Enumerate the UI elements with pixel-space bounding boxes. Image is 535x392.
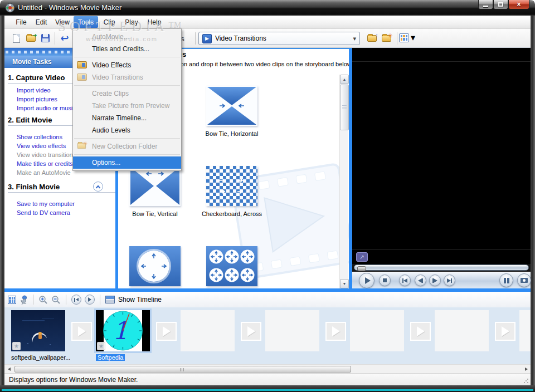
menu-item-video-transitions[interactable]: Video Transitions	[73, 71, 181, 84]
storyboard-empty-slot[interactable]	[181, 310, 235, 351]
menu-item-new-collection-folder[interactable]: ✳New Collection Folder	[73, 140, 181, 153]
menu-item-take-picture[interactable]: Take Picture from Preview	[73, 100, 181, 112]
menu-edit[interactable]: Edit	[31, 16, 51, 28]
clip-label-selected[interactable]: Softpedia	[96, 354, 125, 361]
transition-slot-6[interactable]	[495, 322, 515, 341]
menu-play[interactable]: Play	[120, 16, 143, 28]
task-link-send-dv[interactable]: Send to DV camera	[17, 209, 70, 216]
minimize-button[interactable]	[478, 0, 493, 9]
transition-bowtie-vertical[interactable]	[129, 166, 181, 206]
transition-checkerboard-across[interactable]	[206, 166, 257, 206]
fullscreen-button[interactable]: ↗	[356, 252, 368, 262]
storyboard: ★ softpedia_wallpaper... 1 ★	[4, 307, 531, 364]
narrate-mic-icon[interactable]	[20, 295, 28, 305]
menu-item-automovie[interactable]: AutoMovie...	[73, 31, 181, 43]
resize-grip[interactable]	[523, 378, 529, 384]
storyboard-empty-slot[interactable]	[519, 310, 531, 351]
previous-frame-button[interactable]	[399, 275, 411, 286]
storyboard-scrollbar[interactable]	[4, 364, 531, 373]
scroll-left-button[interactable]	[4, 365, 13, 373]
save-project-button[interactable]	[38, 31, 52, 46]
task-link-import-video[interactable]: Import video	[17, 87, 51, 94]
storyboard-empty-slot[interactable]	[435, 310, 489, 351]
status-text: Displays options for Windows Movie Maker…	[9, 376, 138, 384]
storyboard-clip-1[interactable]: ★	[11, 310, 65, 351]
transition-arrow-icon	[332, 326, 340, 336]
menu-item-options[interactable]: Options...	[73, 156, 181, 169]
step-back-button[interactable]	[415, 275, 426, 286]
open-project-button[interactable]: ➜	[23, 31, 38, 46]
menu-item-video-effects[interactable]: Video Effects	[73, 59, 181, 71]
capture-video-heading[interactable]: 1. Capture Video	[8, 74, 65, 82]
menu-bar: File Edit View Tools Clip Play Help	[4, 16, 531, 29]
transition-arrow-icon	[417, 326, 425, 336]
seek-track[interactable]	[354, 264, 529, 271]
menu-clip[interactable]: Clip	[98, 16, 120, 28]
step-forward-button[interactable]	[429, 275, 441, 286]
transition-slot-5[interactable]	[410, 322, 431, 341]
title-bar: Untitled - Windows Movie Maker ×	[0, 0, 535, 16]
new-collection-button[interactable]: ✳	[379, 31, 393, 46]
task-link-show-collections[interactable]: Show collections	[17, 134, 62, 140]
clip-label[interactable]: softpedia_wallpaper...	[11, 354, 70, 361]
maximize-button[interactable]	[493, 0, 508, 9]
storyboard-empty-slot[interactable]	[265, 310, 319, 351]
play-storyboard-button[interactable]	[85, 295, 95, 305]
zoom-in-icon[interactable]	[38, 295, 48, 305]
menu-item-narrate-timeline[interactable]: Narrate Timeline...	[73, 112, 181, 124]
task-link-import-audio[interactable]: Import audio or music	[17, 105, 76, 111]
menu-item-create-clips[interactable]: Create Clips	[73, 87, 181, 100]
menu-view[interactable]: View	[51, 16, 74, 28]
transition-slot-3[interactable]	[241, 322, 261, 341]
menu-item-titles-credits[interactable]: Titles and Credits...	[73, 43, 181, 55]
close-button[interactable]: ×	[508, 0, 529, 9]
collection-selector-combobox[interactable]: ▶ Video Transitions ▾	[198, 32, 360, 45]
collapse-section-button[interactable]	[93, 182, 103, 192]
new-document-icon	[13, 34, 20, 43]
edit-movie-heading[interactable]: 2. Edit Movie	[8, 116, 52, 124]
scrollbar-thumb[interactable]	[14, 366, 351, 373]
menu-help[interactable]: Help	[143, 16, 166, 28]
scroll-up-icon: ▲	[343, 77, 347, 81]
menu-item-audio-levels[interactable]: Audio Levels	[73, 124, 181, 136]
task-link-import-pictures[interactable]: Import pictures	[17, 96, 57, 102]
menu-file[interactable]: File	[11, 16, 31, 28]
rewind-storyboard-button[interactable]	[71, 295, 81, 305]
next-frame-button[interactable]	[444, 275, 455, 286]
storyboard-clip-2[interactable]: 1 ★	[96, 310, 150, 351]
transition-slot-1[interactable]	[71, 322, 92, 341]
storyboard-view-icon[interactable]	[8, 296, 16, 304]
transition-circle[interactable]	[129, 246, 181, 286]
show-timeline-button[interactable]: Show Timeline	[118, 296, 162, 303]
transition-arrow-icon	[78, 326, 86, 336]
minimize-icon	[483, 6, 488, 7]
toolbar-separator	[55, 32, 55, 45]
play-button[interactable]	[359, 273, 374, 288]
scrollbar-thumb[interactable]	[340, 85, 349, 130]
scroll-up-button[interactable]: ▲	[340, 75, 349, 84]
transition-bowtie-horizontal[interactable]	[206, 86, 257, 126]
views-button[interactable]: ▾	[399, 32, 415, 43]
finish-movie-heading[interactable]: 3. Finish Movie	[8, 183, 60, 191]
split-clip-button[interactable]	[499, 273, 513, 287]
timeline-view-icon	[105, 296, 115, 303]
task-link-view-video-effects[interactable]: View video effects	[17, 143, 66, 149]
task-link-make-titles[interactable]: Make titles or credits	[17, 160, 73, 167]
menu-tools[interactable]: Tools	[74, 16, 98, 28]
stop-button[interactable]	[379, 275, 391, 286]
zoom-out-icon[interactable]	[51, 295, 61, 305]
take-picture-button[interactable]	[517, 273, 531, 287]
undo-button[interactable]: ↩	[57, 31, 72, 46]
transition-slot-2[interactable]	[156, 322, 177, 341]
scroll-right-button[interactable]	[522, 365, 531, 373]
task-link-save-computer[interactable]: Save to my computer	[17, 200, 75, 207]
scroll-down-button[interactable]: ▼	[340, 279, 349, 288]
video-transitions-icon	[77, 74, 87, 81]
transition-circles[interactable]	[206, 246, 257, 286]
new-project-button[interactable]	[9, 31, 23, 46]
storyboard-empty-slot[interactable]	[350, 310, 404, 351]
content-scrollbar[interactable]: ▲ ▼	[339, 75, 348, 288]
transition-slot-4[interactable]	[325, 322, 346, 341]
seek-thumb[interactable]	[357, 266, 366, 271]
up-one-level-button[interactable]: ↑	[364, 31, 379, 46]
